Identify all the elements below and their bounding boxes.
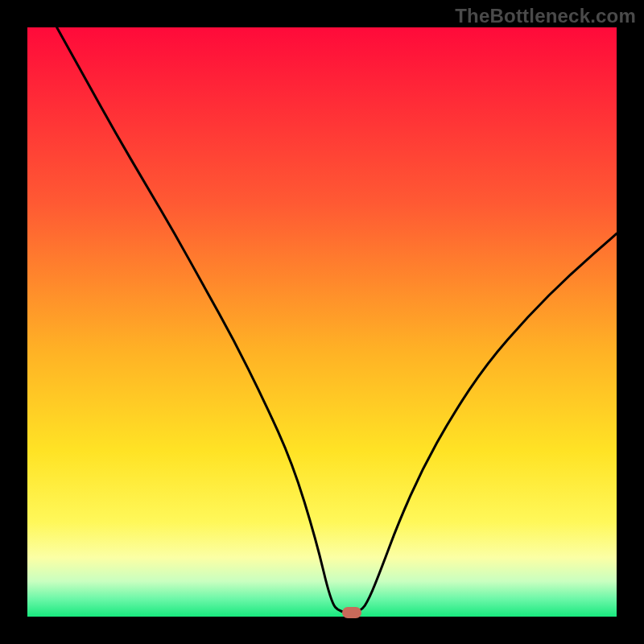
curve-path <box>57 27 617 613</box>
bottleneck-curve <box>27 27 617 617</box>
plot-area <box>27 27 617 617</box>
chart-frame: TheBottleneck.com <box>0 0 644 644</box>
attribution-text: TheBottleneck.com <box>455 5 636 27</box>
optimal-point-marker <box>342 607 361 618</box>
